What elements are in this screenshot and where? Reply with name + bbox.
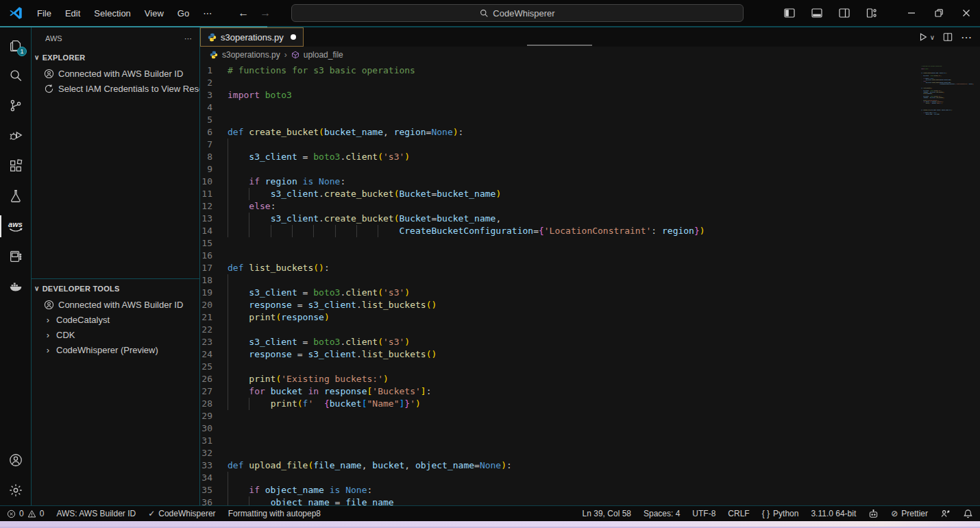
menu-view[interactable]: View [138,5,171,21]
tree-item-codewhisperer[interactable]: › CodeWhisperer (Preview) [32,342,199,357]
line-number[interactable]: 5 [200,114,228,126]
code-line[interactable]: 19 s3_client = boto3.client('s3') [200,287,980,299]
code-line[interactable]: 20 response = s3_client.list_buckets() [200,299,980,311]
line-number[interactable]: 35 [200,484,228,496]
code-line[interactable]: 4 [200,101,980,114]
code-line[interactable]: 7 [200,139,980,151]
sidebar-more-actions-icon[interactable]: ⋯ [184,34,193,43]
code-line[interactable]: 2 [200,77,980,89]
extensions-icon[interactable] [0,151,31,181]
code-line[interactable]: 34 [200,472,980,484]
section-explorer[interactable]: ∨ EXPLORER [32,49,199,66]
code-line[interactable]: 21 print(response) [200,311,980,324]
line-number[interactable]: 15 [200,237,228,250]
menu-file[interactable]: File [30,5,58,21]
robot-icon[interactable] [868,509,879,519]
code-line[interactable]: 6def create_bucket(bucket_name, region=N… [200,126,980,139]
line-number[interactable]: 1 [200,64,228,77]
line-number[interactable]: 12 [200,200,228,213]
problems-status[interactable]: 0 0 [7,509,44,518]
tab-scrollbar[interactable] [527,45,592,46]
code-line[interactable]: 3import boto3 [200,89,980,101]
code-line[interactable]: 31 [200,435,980,447]
feedback-icon[interactable] [940,509,951,519]
line-number[interactable]: 10 [200,176,228,188]
notebook-icon[interactable] [0,241,31,272]
explorer-aws-account-item[interactable]: Connected with AWS Builder ID [32,66,199,81]
code-line[interactable]: 9 [200,163,980,176]
code-line[interactable]: 29 [200,410,980,422]
toggle-panel-icon[interactable] [803,0,831,26]
prettier-status[interactable]: ⊘ Prettier [891,509,928,518]
code-line[interactable]: 10 if region is None: [200,176,980,188]
line-number[interactable]: 19 [200,287,228,299]
menu-edit[interactable]: Edit [58,5,87,21]
line-number[interactable]: 26 [200,373,228,385]
breadcrumb-file[interactable]: s3operations.py [222,50,280,60]
modified-dot-icon[interactable] [291,34,296,40]
formatting-status[interactable]: Formatting with autopep8 [228,509,321,518]
code-line[interactable]: 16 [200,250,980,262]
code-line[interactable]: 23 s3_client = boto3.client('s3') [200,336,980,348]
line-number[interactable]: 11 [200,188,228,200]
toggle-secondary-sidebar-icon[interactable] [831,0,858,26]
line-number[interactable]: 34 [200,472,228,484]
notifications-bell-icon[interactable] [963,509,973,519]
code-line[interactable]: 15 [200,237,980,250]
code-line[interactable]: 5 [200,114,980,126]
code-line[interactable]: 33def upload_file(file_name, bucket, obj… [200,459,980,472]
codewhisperer-status[interactable]: ✓CodeWhisperer [148,509,215,518]
code-line[interactable]: 1# functions for s3 basic operations [200,64,980,77]
code-line[interactable]: 22 [200,324,980,336]
editor-more-actions-icon[interactable]: ⋯ [961,31,972,44]
search-view-icon[interactable] [0,60,31,91]
minimize-icon[interactable] [898,0,925,26]
line-number[interactable]: 32 [200,447,228,459]
cursor-position[interactable]: Ln 39, Col 58 [583,509,631,518]
select-iam-credentials-item[interactable]: Select IAM Credentials to View Reso... [32,81,199,96]
code-line[interactable]: 8 s3_client = boto3.client('s3') [200,151,980,163]
menu-go[interactable]: Go [171,5,196,21]
line-number[interactable]: 2 [200,77,228,89]
line-number[interactable]: 13 [200,213,228,225]
split-editor-icon[interactable] [943,32,953,42]
code-line[interactable]: 11 s3_client.create_bucket(Bucket=bucket… [200,188,980,200]
line-number[interactable]: 4 [200,101,228,114]
line-number[interactable]: 9 [200,163,228,176]
tab-s3operations[interactable]: s3operations.py [200,27,304,47]
breadcrumb-symbol[interactable]: upload_file [304,50,343,60]
line-number[interactable]: 21 [200,311,228,324]
eol-status[interactable]: CRLF [728,509,749,518]
line-number[interactable]: 17 [200,262,228,274]
code-line[interactable]: 27 for bucket in response['Buckets']: [200,385,980,398]
close-icon[interactable] [953,0,980,26]
line-number[interactable]: 16 [200,250,228,262]
code-line[interactable]: 13 s3_client.create_bucket(Bucket=bucket… [200,213,980,225]
line-number[interactable]: 8 [200,151,228,163]
encoding-status[interactable]: UTF-8 [692,509,715,518]
code-line[interactable]: 24 response = s3_client.list_buckets() [200,348,980,361]
line-number[interactable]: 18 [200,274,228,287]
line-number[interactable]: 29 [200,410,228,422]
line-number[interactable]: 31 [200,435,228,447]
code-line[interactable]: 26 print('Existing buckets:') [200,373,980,385]
menu-selection[interactable]: Selection [87,5,137,21]
code-line[interactable]: 35 if object_name is None: [200,484,980,496]
aws-connection-status[interactable]: AWS: AWS Builder ID [56,509,136,518]
code-line[interactable]: 30 [200,422,980,435]
indentation-status[interactable]: Spaces: 4 [644,509,680,518]
line-number[interactable]: 33 [200,459,228,472]
line-number[interactable]: 7 [200,139,228,151]
menu-overflow[interactable]: ⋯ [196,5,219,21]
aws-toolkit-icon[interactable]: aws [0,211,31,241]
line-number[interactable]: 14 [200,225,228,237]
code-line[interactable]: 14 CreateBucketConfiguration={'LocationC… [200,225,980,237]
line-number[interactable]: 27 [200,385,228,398]
code-line[interactable]: 18 [200,274,980,287]
developer-tools-header[interactable]: ∨ DEVELOPER TOOLS [32,280,199,297]
testing-icon[interactable] [0,181,31,211]
line-number[interactable]: 23 [200,336,228,348]
explorer-icon[interactable]: 1 [0,30,31,60]
line-number[interactable]: 6 [200,126,228,139]
line-number[interactable]: 20 [200,299,228,311]
